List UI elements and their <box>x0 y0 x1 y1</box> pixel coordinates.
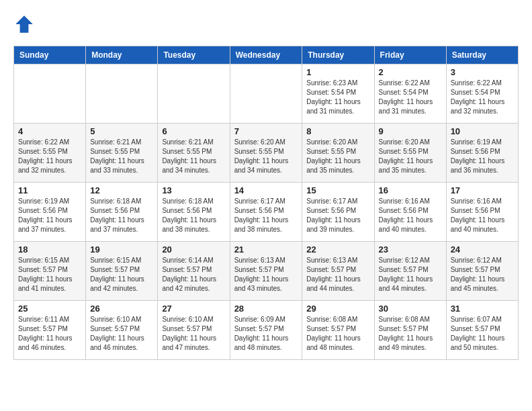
day-info: Sunrise: 6:21 AMSunset: 5:55 PMDaylight:… <box>162 138 225 175</box>
calendar-cell: 29Sunrise: 6:08 AMSunset: 5:57 PMDayligh… <box>302 301 374 360</box>
day-info: Sunrise: 6:10 AMSunset: 5:57 PMDaylight:… <box>162 315 225 353</box>
weekday-header: Saturday <box>446 46 518 64</box>
day-number: 21 <box>234 244 298 255</box>
day-number: 23 <box>379 244 442 255</box>
day-info: Sunrise: 6:08 AMSunset: 5:57 PMDaylight:… <box>379 315 442 353</box>
calendar-cell <box>230 64 302 124</box>
day-number: 25 <box>18 304 81 314</box>
day-number: 9 <box>379 126 442 136</box>
calendar-cell: 23Sunrise: 6:12 AMSunset: 5:57 PMDayligh… <box>374 242 446 301</box>
day-number: 3 <box>451 67 514 77</box>
day-info: Sunrise: 6:20 AMSunset: 5:55 PMDaylight:… <box>306 138 369 175</box>
calendar-cell: 16Sunrise: 6:16 AMSunset: 5:56 PMDayligh… <box>374 183 446 242</box>
calendar-cell: 21Sunrise: 6:13 AMSunset: 5:57 PMDayligh… <box>230 242 302 301</box>
day-info: Sunrise: 6:19 AMSunset: 5:56 PMDaylight:… <box>18 197 81 234</box>
logo <box>13 13 38 35</box>
day-info: Sunrise: 6:20 AMSunset: 5:55 PMDaylight:… <box>234 138 298 175</box>
calendar-cell <box>158 64 230 124</box>
day-number: 7 <box>234 126 298 136</box>
day-number: 30 <box>379 304 442 314</box>
day-number: 14 <box>234 185 298 195</box>
day-info: Sunrise: 6:20 AMSunset: 5:55 PMDaylight:… <box>379 138 442 175</box>
calendar-cell <box>86 64 158 124</box>
day-info: Sunrise: 6:10 AMSunset: 5:57 PMDaylight:… <box>90 315 153 353</box>
calendar-cell: 2Sunrise: 6:22 AMSunset: 5:54 PMDaylight… <box>374 64 446 124</box>
calendar-cell: 8Sunrise: 6:20 AMSunset: 5:55 PMDaylight… <box>302 124 374 183</box>
calendar-cell: 30Sunrise: 6:08 AMSunset: 5:57 PMDayligh… <box>374 301 446 360</box>
day-info: Sunrise: 6:12 AMSunset: 5:57 PMDaylight:… <box>451 256 514 293</box>
day-info: Sunrise: 6:16 AMSunset: 5:56 PMDaylight:… <box>379 197 442 234</box>
calendar-cell: 13Sunrise: 6:18 AMSunset: 5:56 PMDayligh… <box>158 183 230 242</box>
day-number: 13 <box>162 185 225 195</box>
day-number: 20 <box>162 244 225 255</box>
day-info: Sunrise: 6:22 AMSunset: 5:54 PMDaylight:… <box>451 79 514 116</box>
calendar-cell: 6Sunrise: 6:21 AMSunset: 5:55 PMDaylight… <box>158 124 230 183</box>
day-number: 1 <box>306 67 369 77</box>
day-info: Sunrise: 6:21 AMSunset: 5:55 PMDaylight:… <box>90 138 153 175</box>
day-number: 16 <box>379 185 442 195</box>
day-number: 12 <box>90 185 153 195</box>
calendar-cell: 25Sunrise: 6:11 AMSunset: 5:57 PMDayligh… <box>14 301 86 360</box>
day-info: Sunrise: 6:07 AMSunset: 5:57 PMDaylight:… <box>451 315 514 353</box>
day-info: Sunrise: 6:08 AMSunset: 5:57 PMDaylight:… <box>306 315 369 353</box>
calendar-cell: 12Sunrise: 6:18 AMSunset: 5:56 PMDayligh… <box>86 183 158 242</box>
calendar-cell: 4Sunrise: 6:22 AMSunset: 5:55 PMDaylight… <box>14 124 86 183</box>
day-info: Sunrise: 6:17 AMSunset: 5:56 PMDaylight:… <box>234 197 298 234</box>
day-info: Sunrise: 6:14 AMSunset: 5:57 PMDaylight:… <box>162 256 225 293</box>
day-info: Sunrise: 6:12 AMSunset: 5:57 PMDaylight:… <box>379 256 442 293</box>
day-info: Sunrise: 6:17 AMSunset: 5:56 PMDaylight:… <box>306 197 369 234</box>
calendar-cell: 11Sunrise: 6:19 AMSunset: 5:56 PMDayligh… <box>14 183 86 242</box>
day-number: 18 <box>18 244 81 255</box>
weekday-header: Sunday <box>14 46 86 64</box>
calendar-cell: 19Sunrise: 6:15 AMSunset: 5:57 PMDayligh… <box>86 242 158 301</box>
day-info: Sunrise: 6:18 AMSunset: 5:56 PMDaylight:… <box>162 197 225 234</box>
logo-icon <box>13 13 35 35</box>
calendar-cell: 3Sunrise: 6:22 AMSunset: 5:54 PMDaylight… <box>446 64 518 124</box>
day-info: Sunrise: 6:22 AMSunset: 5:54 PMDaylight:… <box>379 79 442 116</box>
day-info: Sunrise: 6:11 AMSunset: 5:57 PMDaylight:… <box>18 315 81 353</box>
day-number: 24 <box>451 244 514 255</box>
day-info: Sunrise: 6:19 AMSunset: 5:56 PMDaylight:… <box>451 138 514 175</box>
day-number: 2 <box>379 67 442 77</box>
day-info: Sunrise: 6:13 AMSunset: 5:57 PMDaylight:… <box>306 256 369 293</box>
day-number: 4 <box>18 126 81 136</box>
day-info: Sunrise: 6:22 AMSunset: 5:55 PMDaylight:… <box>18 138 81 175</box>
day-number: 15 <box>306 185 369 195</box>
calendar-cell: 7Sunrise: 6:20 AMSunset: 5:55 PMDaylight… <box>230 124 302 183</box>
day-number: 6 <box>162 126 225 136</box>
day-number: 11 <box>18 185 81 195</box>
calendar-cell: 18Sunrise: 6:15 AMSunset: 5:57 PMDayligh… <box>14 242 86 301</box>
day-number: 10 <box>451 126 514 136</box>
calendar-cell: 20Sunrise: 6:14 AMSunset: 5:57 PMDayligh… <box>158 242 230 301</box>
day-number: 28 <box>234 304 298 314</box>
weekday-header: Tuesday <box>158 46 230 64</box>
calendar-cell: 31Sunrise: 6:07 AMSunset: 5:57 PMDayligh… <box>446 301 518 360</box>
day-info: Sunrise: 6:16 AMSunset: 5:56 PMDaylight:… <box>451 197 514 234</box>
calendar-cell: 5Sunrise: 6:21 AMSunset: 5:55 PMDaylight… <box>86 124 158 183</box>
weekday-header: Monday <box>86 46 158 64</box>
calendar-cell: 17Sunrise: 6:16 AMSunset: 5:56 PMDayligh… <box>446 183 518 242</box>
day-number: 22 <box>306 244 369 255</box>
day-info: Sunrise: 6:15 AMSunset: 5:57 PMDaylight:… <box>90 256 153 293</box>
weekday-header: Friday <box>374 46 446 64</box>
calendar-cell: 27Sunrise: 6:10 AMSunset: 5:57 PMDayligh… <box>158 301 230 360</box>
day-number: 8 <box>306 126 369 136</box>
calendar-cell: 14Sunrise: 6:17 AMSunset: 5:56 PMDayligh… <box>230 183 302 242</box>
calendar-cell <box>14 64 86 124</box>
day-info: Sunrise: 6:13 AMSunset: 5:57 PMDaylight:… <box>234 256 298 293</box>
page-header <box>13 13 519 35</box>
calendar-cell: 1Sunrise: 6:23 AMSunset: 5:54 PMDaylight… <box>302 64 374 124</box>
calendar-cell: 28Sunrise: 6:09 AMSunset: 5:57 PMDayligh… <box>230 301 302 360</box>
day-number: 27 <box>162 304 225 314</box>
weekday-header: Thursday <box>302 46 374 64</box>
calendar-cell: 9Sunrise: 6:20 AMSunset: 5:55 PMDaylight… <box>374 124 446 183</box>
day-number: 17 <box>451 185 514 195</box>
svg-marker-0 <box>15 15 33 33</box>
calendar-cell: 22Sunrise: 6:13 AMSunset: 5:57 PMDayligh… <box>302 242 374 301</box>
calendar-cell: 15Sunrise: 6:17 AMSunset: 5:56 PMDayligh… <box>302 183 374 242</box>
day-number: 26 <box>90 304 153 314</box>
day-number: 29 <box>306 304 369 314</box>
calendar-table: SundayMondayTuesdayWednesdayThursdayFrid… <box>13 46 519 360</box>
day-number: 19 <box>90 244 153 255</box>
day-info: Sunrise: 6:18 AMSunset: 5:56 PMDaylight:… <box>90 197 153 234</box>
